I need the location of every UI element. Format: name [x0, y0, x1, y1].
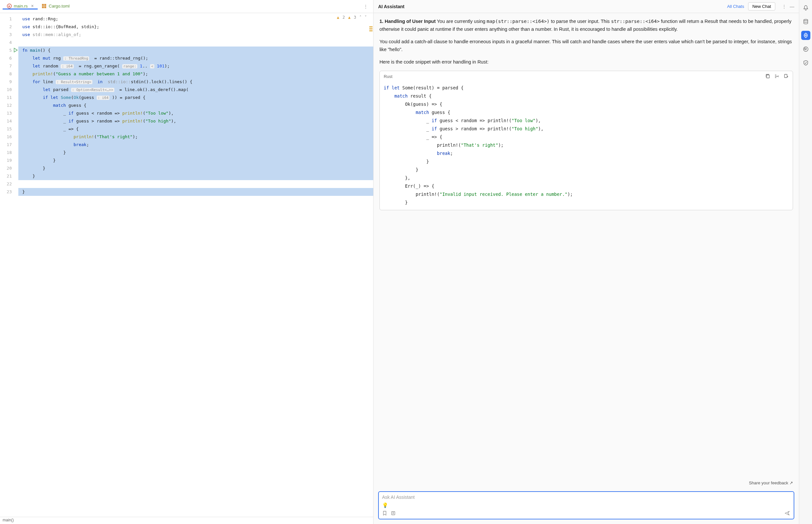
bookmark-icon[interactable] [382, 511, 387, 516]
gutter-line[interactable]: 14 [0, 117, 18, 125]
snippet-line: } [384, 166, 789, 174]
gutter-line[interactable]: 23 [0, 188, 18, 196]
gutter-line[interactable]: 9 [0, 78, 18, 86]
insert-icon[interactable] [774, 74, 780, 79]
minimize-icon[interactable]: — [790, 4, 794, 9]
code-snippet-body[interactable]: if let Some(result) = parsed { match res… [380, 82, 793, 210]
gutter-line[interactable]: 13 [0, 109, 18, 117]
ai-chat-body[interactable]: 1. Handling of User Input You are curren… [373, 13, 799, 478]
code-line[interactable]: _ if guess < random => println!("Too low… [18, 109, 373, 117]
code-line[interactable]: } [18, 188, 373, 196]
code-line[interactable]: _ => { [18, 125, 373, 133]
code-line[interactable]: for line : Result<String> in std::io::st… [18, 78, 373, 86]
run-gutter-icon[interactable] [14, 48, 18, 52]
code-line[interactable]: match guess { [18, 101, 373, 109]
create-file-icon[interactable] [783, 74, 789, 79]
gutter-line[interactable]: 8 [0, 70, 18, 78]
gutter-line[interactable]: 20 [0, 164, 18, 172]
code-line[interactable]: } [18, 149, 373, 157]
code-line[interactable]: let random : i64 = rng.gen_range( range:… [18, 62, 373, 70]
code-line[interactable]: let parsed : Option<Result<…>> = line.ok… [18, 86, 373, 94]
code-line[interactable]: use std::io::{BufRead, stdin}; [18, 23, 373, 31]
ai-paragraph: Here is the code snippet with error hand… [380, 58, 793, 66]
gutter-line[interactable]: 15 [0, 125, 18, 133]
gutter-line[interactable]: 5 [0, 47, 18, 54]
rust-tool-icon[interactable] [801, 45, 810, 54]
code-line[interactable]: use rand::Rng; [18, 15, 373, 23]
warning-count-2: 3 [354, 15, 356, 20]
tab-main-rs[interactable]: Rmain.rs× [3, 3, 38, 10]
ai-assistant-panel: AI Assistant All Chats New Chat ⋮ — 1. H… [373, 0, 799, 524]
prev-highlight-icon[interactable]: ˄ [360, 15, 362, 20]
gutter-line[interactable]: 6 [0, 54, 18, 62]
svg-point-10 [805, 35, 807, 36]
snippet-line: println!("That's right"); [384, 141, 789, 149]
attach-file-icon[interactable] [391, 511, 396, 516]
ai-assistant-icon[interactable] [801, 31, 810, 40]
gutter-line[interactable]: 4 [0, 39, 18, 47]
gutter-line[interactable]: 12 [0, 101, 18, 109]
code-line[interactable]: } [18, 172, 373, 180]
code-line[interactable]: break; [18, 141, 373, 149]
gutter-line[interactable]: 19 [0, 157, 18, 164]
shield-icon[interactable] [801, 58, 810, 67]
code-line[interactable] [18, 39, 373, 47]
svg-point-11 [803, 47, 808, 51]
svg-rect-5 [44, 6, 46, 8]
error-stripe[interactable] [369, 26, 373, 32]
copy-icon[interactable] [765, 74, 770, 79]
snippet-line: Ok(guess) => { [384, 100, 789, 109]
editor-panel: Rmain.rs×Cargo.toml ⋮ ▲2 ▲3 ˄ ˅ 12345678… [0, 0, 373, 524]
code-line[interactable]: let mut rng : ThreadRng = rand::thread_r… [18, 54, 373, 62]
gutter-line[interactable]: 2 [0, 23, 18, 31]
snippet-line: _ => { [384, 133, 789, 141]
gutter-line[interactable]: 10 [0, 86, 18, 94]
code-line[interactable]: fn main() { [18, 47, 373, 54]
code-snippet: Rust if let Some(result) = parsed { matc… [380, 71, 793, 210]
gutter-line[interactable]: 17 [0, 141, 18, 149]
send-icon[interactable] [784, 510, 790, 516]
gutter-line[interactable]: 22 [0, 180, 18, 188]
gutter[interactable]: 1234567891011121314151617181920212223 [0, 13, 18, 517]
ai-input[interactable]: Ask AI Assistant 💡 [378, 491, 794, 520]
bulb-icon[interactable]: 💡 [382, 502, 388, 508]
feedback-link[interactable]: Share your feedback ↗ [373, 478, 799, 488]
code-line[interactable]: } [18, 157, 373, 164]
svg-rect-4 [42, 6, 44, 8]
svg-rect-2 [42, 4, 44, 6]
gutter-line[interactable]: 3 [0, 31, 18, 39]
code-line[interactable]: use std::mem::align_of; [18, 31, 373, 39]
code-body[interactable]: use rand::Rng;use std::io::{BufRead, std… [18, 13, 373, 517]
gutter-line[interactable]: 16 [0, 133, 18, 141]
code-line[interactable]: } [18, 164, 373, 172]
new-chat-button[interactable]: New Chat [748, 2, 775, 11]
code-line[interactable]: println!("That's right"); [18, 133, 373, 141]
gutter-line[interactable]: 11 [0, 94, 18, 101]
code-line[interactable] [18, 180, 373, 188]
database-icon[interactable] [801, 17, 810, 26]
kebab-menu-icon[interactable]: ⋮ [782, 4, 786, 9]
next-highlight-icon[interactable]: ˅ [365, 15, 367, 20]
snippet-line: }, [384, 174, 789, 182]
code-line[interactable]: println!("Guess a number between 1 and 1… [18, 70, 373, 78]
gutter-line[interactable]: 21 [0, 172, 18, 180]
snippet-line: } [384, 158, 789, 166]
gutter-line[interactable]: 7 [0, 62, 18, 70]
ai-header: AI Assistant All Chats New Chat ⋮ — [373, 0, 799, 13]
close-tab-icon[interactable]: × [31, 3, 34, 9]
snippet-line: } [384, 198, 789, 207]
code-line[interactable]: if let Some(Ok(guess : i64 )) = parsed { [18, 94, 373, 101]
svg-rect-8 [392, 511, 395, 515]
tabs-overflow-menu[interactable]: ⋮ [361, 4, 371, 9]
all-chats-link[interactable]: All Chats [727, 4, 744, 9]
svg-rect-7 [784, 74, 787, 78]
inspection-widget[interactable]: ▲2 ▲3 ˄ ˅ [337, 15, 367, 20]
code-editor[interactable]: ▲2 ▲3 ˄ ˅ 123456789101112131415161718192… [0, 13, 373, 517]
gutter-line[interactable]: 18 [0, 149, 18, 157]
gutter-line[interactable]: 1 [0, 15, 18, 23]
notifications-icon[interactable] [801, 3, 810, 13]
breadcrumb[interactable]: main() [0, 517, 373, 524]
code-line[interactable]: _ if guess > random => println!("Too hig… [18, 117, 373, 125]
tab-Cargo-toml[interactable]: Cargo.toml [38, 3, 74, 9]
svg-point-9 [804, 19, 808, 21]
